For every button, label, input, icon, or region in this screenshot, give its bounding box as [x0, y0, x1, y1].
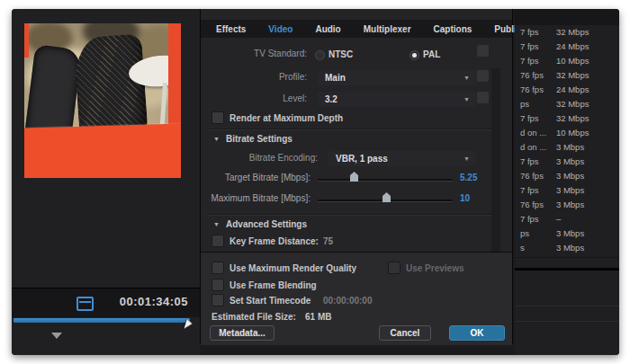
preset-row[interactable]: d on ...10 Mbps	[515, 126, 619, 140]
pal-radio[interactable]	[410, 50, 419, 60]
preset-bitrate: 3 Mbps	[556, 200, 584, 209]
tab-captions[interactable]: Captions	[434, 24, 472, 34]
bitrate-encoding-dropdown[interactable]: VBR, 1 pass ▼	[328, 151, 476, 166]
target-bitrate-slider-thumb[interactable]	[350, 172, 358, 182]
maximum-bitrate-slider-thumb[interactable]	[382, 192, 391, 202]
use-max-render-quality-checkbox[interactable]	[212, 262, 224, 274]
tab-video[interactable]: Video	[268, 24, 292, 34]
preset-bitrate: 10 Mbps	[556, 56, 589, 66]
fit-view-icon[interactable]	[76, 297, 94, 311]
playhead-triangle-icon[interactable]	[51, 333, 62, 339]
preset-bitrate: 3 Mbps	[556, 243, 584, 253]
settings-tab-bar: Effects Video Audio Multiplexer Captions…	[201, 20, 512, 38]
bitrate-settings-title: Bitrate Settings	[226, 134, 292, 144]
bitrate-encoding-row: Bitrate Encoding: VBR, 1 pass ▼	[201, 153, 512, 167]
target-bitrate-label: Target Bitrate [Mbps]:	[201, 173, 310, 182]
video-preview-panel: 00:01:34:05	[12, 9, 200, 355]
keyframe-distance-value: 75	[323, 236, 333, 246]
preset-row[interactable]: 76 fps3 Mbps	[515, 198, 619, 212]
profile-value: Main	[325, 73, 346, 83]
preset-row[interactable]: d on ...3 Mbps	[515, 140, 619, 155]
preset-row[interactable]: s3 Mbps	[515, 241, 619, 255]
preset-list-header-strip	[515, 9, 619, 25]
level-dropdown[interactable]: 3.2 ▼	[318, 92, 476, 107]
scrollbar-thumb-segment[interactable]	[477, 45, 489, 57]
video-settings-panel: TV Standard: NTSC PAL Profile: Main ▼ Le…	[201, 38, 512, 250]
render-max-depth-row: Render at Maximum Depth	[201, 111, 512, 126]
disclosure-triangle-icon[interactable]: ▼	[213, 221, 220, 227]
preset-row[interactable]: 7 fps32 Mbps	[515, 111, 619, 126]
preset-fps: ps	[520, 99, 529, 109]
screenshot-stage: 00:01:34:05 Effects Video Audio Multiple…	[12, 9, 619, 355]
use-previews-label: Use Previews	[406, 263, 464, 273]
set-start-timecode-label: Set Start Timecode	[230, 296, 310, 306]
profile-dropdown[interactable]: Main ▼	[318, 70, 476, 85]
preset-row[interactable]: 7 fps32 Mbps	[515, 25, 619, 40]
preset-row[interactable]: 7 fps–	[515, 212, 619, 226]
panel-divider	[515, 306, 619, 306]
preset-bitrate: 3 Mbps	[556, 142, 584, 152]
estimated-file-size-value: 61 MB	[305, 312, 331, 322]
preset-row[interactable]: ps32 Mbps	[515, 97, 619, 111]
preset-row[interactable]: 7 fps3 Mbps	[515, 183, 619, 198]
video-preview	[24, 23, 181, 178]
set-start-timecode-checkbox[interactable]	[212, 294, 224, 306]
render-max-depth-checkbox[interactable]	[212, 111, 224, 124]
panel-divider	[515, 268, 619, 271]
maximum-bitrate-label: Maximum Bitrate [Mbps]:	[201, 193, 310, 203]
scrollbar-thumb-segment[interactable]	[477, 92, 489, 103]
section-divider	[208, 214, 498, 215]
preset-fps: ps	[520, 228, 529, 238]
keyframe-distance-checkbox[interactable]	[212, 235, 224, 247]
preset-bitrate: 24 Mbps	[556, 41, 589, 51]
tab-effects[interactable]: Effects	[216, 24, 246, 34]
use-previews-checkbox[interactable]	[388, 262, 400, 274]
bitrate-settings-header[interactable]: ▼ Bitrate Settings	[201, 133, 512, 147]
estimated-size-row: Estimated File Size: 61 MB	[201, 310, 512, 324]
mouse-cursor-icon	[184, 319, 193, 331]
tab-audio[interactable]: Audio	[315, 24, 340, 34]
ok-button[interactable]: OK	[449, 325, 505, 341]
ntsc-radio[interactable]	[315, 50, 325, 60]
target-bitrate-value: 5.25	[460, 173, 477, 182]
cancel-button[interactable]: Cancel	[379, 325, 431, 341]
disclosure-triangle-icon[interactable]: ▼	[213, 136, 220, 142]
maximum-bitrate-slider[interactable]	[318, 200, 453, 201]
panel-divider	[515, 257, 619, 258]
frame-blending-row: Use Frame Blending	[201, 279, 512, 293]
preset-row[interactable]: 76 fps24 Mbps	[515, 83, 619, 97]
section-divider	[208, 129, 498, 129]
preset-row[interactable]: 7 fps24 Mbps	[515, 40, 619, 54]
keyframe-distance-row: Key Frame Distance: 75	[201, 235, 512, 249]
chevron-down-icon: ▼	[464, 96, 470, 102]
preset-row[interactable]: 7 fps10 Mbps	[515, 54, 619, 68]
profile-row: Profile: Main ▼	[201, 72, 512, 86]
target-bitrate-slider[interactable]	[318, 179, 453, 181]
maximum-bitrate-row: Maximum Bitrate [Mbps]: 10	[201, 193, 512, 208]
preset-fps: 76 fps	[520, 171, 544, 181]
settings-scrollbar[interactable]	[491, 68, 500, 277]
timeline-scrub-bar[interactable]	[14, 318, 190, 323]
metadata-button[interactable]: Metadata...	[210, 325, 274, 341]
ntsc-label[interactable]: NTSC	[328, 49, 353, 59]
preset-row[interactable]: 76 fps32 Mbps	[515, 68, 619, 83]
preset-row[interactable]: 76 fps3 Mbps	[515, 169, 619, 183]
use-frame-blending-checkbox[interactable]	[212, 279, 224, 291]
scrollbar-thumb-segment[interactable]	[477, 70, 489, 82]
preset-fps: 76 fps	[520, 84, 544, 94]
advanced-settings-title: Advanced Settings	[226, 219, 307, 229]
use-max-render-quality-label: Use Maximum Render Quality	[230, 263, 356, 273]
preset-row[interactable]: ps3 Mbps	[515, 226, 619, 241]
preset-fps: d on ...	[520, 142, 546, 152]
profile-label: Profile:	[201, 72, 307, 82]
preset-fps: 7 fps	[520, 185, 539, 195]
preset-bitrate: 3 Mbps	[556, 171, 584, 181]
preset-fps: 76 fps	[520, 200, 544, 209]
preset-fps: d on ...	[520, 128, 546, 138]
advanced-settings-header[interactable]: ▼ Advanced Settings	[201, 218, 512, 233]
tab-multiplexer[interactable]: Multiplexer	[364, 24, 411, 34]
preset-row[interactable]: 7 fps3 Mbps	[515, 155, 619, 169]
chevron-down-icon: ▼	[464, 75, 470, 81]
pal-label[interactable]: PAL	[423, 49, 440, 59]
preset-bitrate: 3 Mbps	[556, 185, 584, 195]
